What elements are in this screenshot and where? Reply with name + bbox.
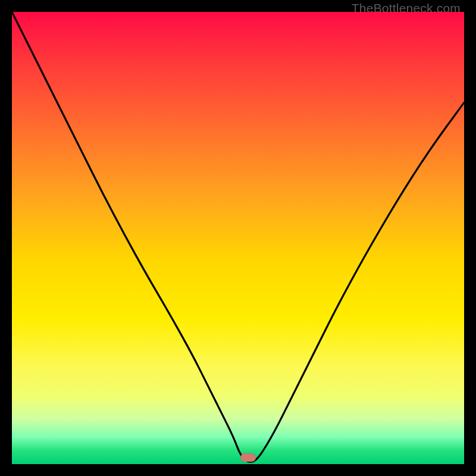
optimal-marker <box>240 453 256 462</box>
bottleneck-curve <box>12 12 464 462</box>
chart-frame: TheBottleneck.com <box>0 0 476 476</box>
curve-svg <box>12 12 464 464</box>
plot-area <box>12 12 464 464</box>
